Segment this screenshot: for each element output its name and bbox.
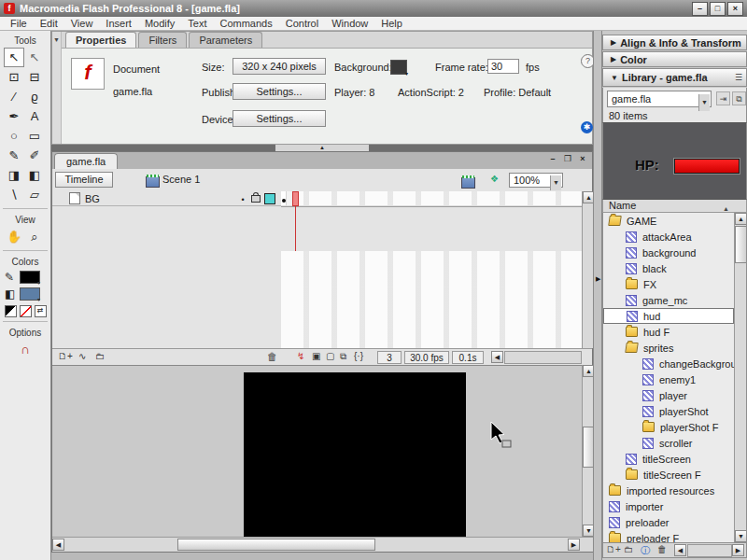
vertical-splitter[interactable]: ▶: [593, 31, 602, 560]
properties-tab[interactable]: Filters: [138, 32, 187, 48]
ink-bottle-tool-button[interactable]: ◨: [4, 165, 24, 185]
library-item[interactable]: player: [603, 387, 734, 403]
selection-tool-button[interactable]: ↖: [4, 48, 24, 67]
oval-tool-button[interactable]: ○: [4, 126, 24, 146]
doc-restore-button[interactable]: ❐: [562, 154, 573, 165]
lasso-tool-button[interactable]: ϱ: [24, 87, 45, 106]
menu-item[interactable]: View: [64, 17, 100, 30]
fill-color-swatch[interactable]: [20, 287, 40, 301]
library-item[interactable]: imported resources: [603, 483, 734, 498]
frames-empty-area[interactable]: [281, 251, 582, 348]
vertical-scroll-thumb[interactable]: [735, 226, 747, 263]
horizontal-scroll-thumb[interactable]: [177, 539, 375, 551]
library-name-column-header[interactable]: Name ▲: [602, 200, 747, 213]
modify-onion-markers-button[interactable]: {·}: [354, 351, 363, 361]
document-tab[interactable]: game.fla: [54, 153, 118, 170]
collapsed-panel-header[interactable]: ▶ Color: [602, 51, 747, 67]
panel-menu-icon[interactable]: ☰: [735, 73, 742, 82]
horizontal-splitter[interactable]: ▲: [51, 145, 593, 151]
edit-multiple-frames-button[interactable]: ⧉: [340, 351, 346, 362]
insert-layer-button[interactable]: 🗋+: [58, 351, 73, 361]
menu-item[interactable]: File: [4, 17, 34, 30]
layer-visibility-toggle[interactable]: [241, 193, 244, 204]
menu-item[interactable]: Window: [325, 17, 374, 30]
menu-item[interactable]: Help: [374, 17, 409, 30]
frames-scroll-left-icon[interactable]: ◀: [491, 351, 503, 363]
edit-scene-icon[interactable]: [461, 177, 475, 189]
maximize-button[interactable]: □: [710, 2, 726, 16]
background-color-swatch[interactable]: [390, 60, 407, 75]
library-item[interactable]: GAME: [603, 213, 734, 229]
menu-item[interactable]: Control: [279, 17, 325, 30]
timeline-layer[interactable]: BG: [52, 191, 281, 206]
layer-outline-color-swatch[interactable]: [264, 193, 275, 204]
library-item[interactable]: hud: [603, 308, 734, 324]
library-item[interactable]: enemy1: [603, 371, 734, 387]
pen-tool-button[interactable]: ✒: [4, 106, 24, 126]
splitter-collapse-handle[interactable]: ▲: [275, 145, 369, 151]
stage-horizontal-scrollbar[interactable]: ◀ ▶: [52, 537, 594, 552]
doc-minimize-button[interactable]: –: [547, 154, 558, 165]
frame-rate-indicator[interactable]: 30.0 fps: [404, 351, 449, 364]
line-tool-button[interactable]: ∕: [4, 87, 24, 106]
pasteboard[interactable]: [52, 365, 582, 537]
scroll-down-icon[interactable]: ▼: [735, 530, 747, 542]
publish-settings-button[interactable]: Settings...: [233, 83, 326, 100]
edit-symbols-icon[interactable]: ❖: [490, 174, 499, 184]
hand-tool-button[interactable]: ✋: [4, 227, 24, 246]
minimize-button[interactable]: –: [692, 2, 708, 16]
playhead-marker[interactable]: [292, 191, 299, 206]
scroll-right-icon[interactable]: ▶: [732, 544, 744, 556]
stage[interactable]: [244, 372, 466, 537]
swap-colors-button[interactable]: ⇄: [35, 305, 47, 317]
size-button[interactable]: 320 x 240 pixels: [233, 58, 326, 75]
library-item[interactable]: background: [603, 245, 734, 260]
menu-item[interactable]: Text: [181, 17, 213, 30]
rectangle-tool-button[interactable]: ▭: [24, 126, 45, 146]
layer-name[interactable]: BG: [85, 193, 236, 204]
device-settings-button[interactable]: Settings...: [233, 110, 326, 127]
library-item[interactable]: changeBackground: [603, 356, 734, 371]
library-item[interactable]: FX: [603, 276, 734, 292]
pin-library-icon[interactable]: ⇥: [716, 91, 730, 105]
eraser-tool-button[interactable]: ▱: [24, 185, 45, 204]
collapsed-panel-header[interactable]: ▶ Align & Info & Transform: [602, 35, 747, 50]
library-item[interactable]: importer: [603, 498, 734, 514]
insert-layer-folder-button[interactable]: 🗀: [95, 351, 105, 361]
default-colors-button[interactable]: [5, 305, 17, 317]
snap-to-objects-button[interactable]: ∩: [21, 342, 30, 357]
menu-item[interactable]: Commands: [213, 17, 278, 30]
layer-frames[interactable]: [281, 191, 582, 206]
no-color-button[interactable]: [20, 305, 32, 317]
timeline-toggle-button[interactable]: Timeline: [55, 172, 113, 188]
properties-tab[interactable]: Properties: [65, 32, 136, 48]
library-item[interactable]: playerShot F: [603, 419, 734, 435]
library-item[interactable]: black: [603, 260, 734, 276]
library-panel-header[interactable]: ▼ Library - game.fla ☰: [602, 68, 747, 87]
close-button[interactable]: ×: [727, 2, 743, 16]
brush-tool-button[interactable]: ✐: [24, 146, 45, 165]
library-item[interactable]: sprites: [603, 340, 734, 356]
zoom-tool-button[interactable]: ⌕: [24, 227, 45, 246]
library-item[interactable]: titleScreen: [603, 451, 734, 467]
library-horizontal-scrollbar[interactable]: [687, 544, 732, 557]
pencil-tool-button[interactable]: ✎: [4, 146, 24, 165]
library-item[interactable]: preloader: [603, 514, 734, 530]
eyedropper-tool-button[interactable]: ∖: [4, 185, 24, 204]
paint-bucket-tool-button[interactable]: ◧: [24, 165, 45, 185]
new-library-panel-icon[interactable]: ⧉: [732, 91, 746, 105]
stroke-color-swatch[interactable]: [20, 271, 40, 284]
add-motion-guide-button[interactable]: ∿: [78, 351, 86, 361]
delete-layer-button[interactable]: 🗑: [267, 351, 277, 362]
library-item[interactable]: preloader F: [603, 530, 734, 542]
new-folder-button[interactable]: 🗀: [624, 544, 633, 554]
library-document-select[interactable]: game.fla: [607, 91, 712, 107]
scroll-left-icon[interactable]: ◀: [674, 544, 686, 556]
delete-item-button[interactable]: 🗑: [657, 544, 667, 554]
free-transform-tool-button[interactable]: ⊡: [4, 67, 24, 87]
text-tool-button[interactable]: A: [24, 106, 45, 126]
menu-item[interactable]: Edit: [34, 17, 64, 30]
panel-collapse-grip[interactable]: ▼: [52, 32, 62, 144]
library-vertical-scrollbar[interactable]: ▲ ▼: [734, 213, 746, 542]
library-item[interactable]: scroller: [603, 435, 734, 451]
